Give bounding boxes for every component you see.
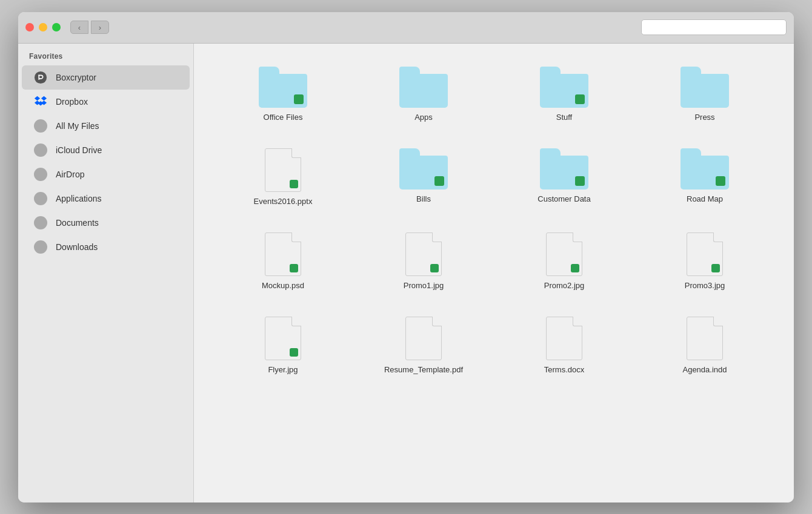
sidebar-item-icloud-drive[interactable]: iCloud Drive [22, 138, 190, 162]
file-name: Promo1.jpg [404, 281, 444, 290]
svg-point-1 [38, 74, 39, 76]
file-item-flyer[interactable]: Flyer.jpg [216, 311, 350, 380]
sidebar-item-icloud-drive-label: iCloud Drive [56, 145, 102, 155]
file-name: Flyer.jpg [268, 365, 298, 374]
file-item-bills[interactable]: Bills [356, 142, 491, 212]
airdrop-icon [33, 166, 48, 182]
back-button[interactable]: ‹ [70, 21, 88, 34]
file-name: Apps [414, 113, 433, 122]
file-item-promo3[interactable]: Promo3.jpg [637, 226, 772, 296]
file-item-apps[interactable]: Apps [356, 61, 491, 128]
file-name: Promo2.jpg [544, 281, 584, 290]
document-icon [546, 317, 582, 360]
file-grid: Office Files Apps Stuff Press [216, 61, 772, 380]
main-content: Favorites Boxcryptor [18, 44, 794, 502]
file-item-road-map[interactable]: Road Map [637, 142, 772, 212]
document-icon [687, 317, 723, 360]
file-name: Customer Data [537, 194, 590, 203]
minimize-button[interactable] [39, 23, 47, 31]
sidebar: Favorites Boxcryptor [18, 44, 194, 502]
forward-button[interactable]: › [91, 21, 109, 34]
file-item-stuff[interactable]: Stuff [497, 61, 631, 128]
document-icon [405, 317, 442, 360]
sidebar-item-boxcryptor[interactable]: Boxcryptor [22, 65, 190, 90]
icloud-drive-icon [33, 142, 48, 158]
downloads-icon [33, 239, 48, 255]
sidebar-item-documents-label: Documents [56, 218, 99, 228]
file-item-promo1[interactable]: Promo1.jpg [356, 226, 491, 296]
file-name: Stuff [556, 113, 573, 122]
file-name: Bills [416, 194, 431, 203]
file-area: Office Files Apps Stuff Press [194, 44, 794, 502]
search-input[interactable] [641, 19, 787, 35]
file-name: Terms.docx [544, 365, 584, 374]
sidebar-item-downloads-label: Downloads [56, 242, 98, 252]
sidebar-item-dropbox[interactable]: Dropbox [22, 90, 190, 114]
sidebar-item-documents[interactable]: Documents [22, 211, 190, 235]
file-name: Events2016.pptx [254, 197, 313, 206]
sidebar-item-airdrop[interactable]: AirDrop [22, 162, 190, 186]
boxcryptor-icon [33, 70, 48, 85]
dropbox-icon [33, 94, 48, 110]
file-name: Mockup.psd [262, 281, 304, 290]
file-name: Road Map [687, 194, 723, 203]
file-item-office-files[interactable]: Office Files [216, 61, 350, 128]
document-icon [265, 148, 301, 192]
sidebar-item-airdrop-label: AirDrop [56, 170, 84, 179]
file-name: Agenda.indd [682, 365, 727, 374]
document-icon [687, 232, 723, 276]
sidebar-item-boxcryptor-label: Boxcryptor [56, 73, 96, 82]
document-icon [405, 232, 442, 276]
file-item-resume[interactable]: Resume_Template.pdf [356, 311, 491, 380]
nav-buttons: ‹ › [70, 21, 109, 34]
folder-icon [681, 148, 729, 189]
file-name: Promo3.jpg [685, 281, 725, 290]
all-my-files-icon [33, 118, 48, 134]
sidebar-item-applications[interactable]: Applications [22, 186, 190, 211]
folder-icon [259, 67, 307, 108]
traffic-lights [25, 23, 61, 31]
sidebar-item-applications-label: Applications [56, 194, 102, 203]
file-item-agenda[interactable]: Agenda.indd [637, 311, 772, 380]
folder-icon [681, 67, 729, 108]
svg-point-0 [35, 71, 47, 83]
sidebar-item-all-my-files[interactable]: All My Files [22, 114, 190, 138]
file-item-terms[interactable]: Terms.docx [497, 311, 631, 380]
file-item-mockup[interactable]: Mockup.psd [216, 226, 350, 296]
folder-icon [399, 148, 448, 189]
file-name: Office Files [264, 113, 303, 122]
titlebar: ‹ › [18, 12, 794, 44]
file-name: Resume_Template.pdf [384, 365, 463, 374]
documents-icon [33, 215, 48, 231]
document-icon [265, 232, 301, 276]
file-item-promo2[interactable]: Promo2.jpg [497, 226, 631, 296]
applications-icon [33, 191, 48, 206]
maximize-button[interactable] [52, 23, 61, 31]
file-item-customer-data[interactable]: Customer Data [497, 142, 631, 212]
sidebar-item-all-my-files-label: All My Files [56, 121, 99, 131]
document-icon [546, 232, 582, 276]
folder-icon [540, 148, 588, 189]
sidebar-item-downloads[interactable]: Downloads [22, 235, 190, 259]
file-name: Press [694, 113, 714, 122]
folder-icon [399, 67, 448, 108]
file-item-events2016[interactable]: Events2016.pptx [216, 142, 350, 212]
document-icon [265, 317, 301, 360]
sidebar-item-dropbox-label: Dropbox [56, 97, 88, 107]
close-button[interactable] [25, 23, 34, 31]
sidebar-section-label: Favorites [18, 52, 193, 65]
finder-window: ‹ › Favorites Boxcryptor [18, 12, 794, 502]
folder-icon [540, 67, 588, 108]
file-item-press[interactable]: Press [637, 61, 772, 128]
